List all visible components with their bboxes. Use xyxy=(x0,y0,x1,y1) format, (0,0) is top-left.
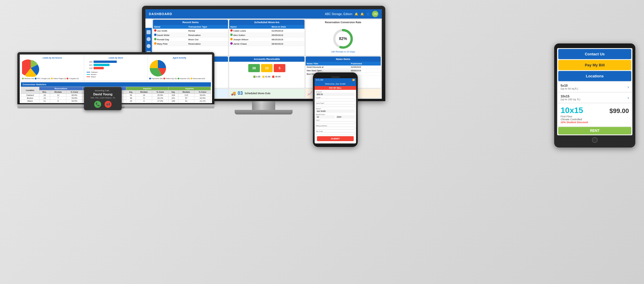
ar-box-green: 38 xyxy=(248,64,260,72)
laptop: Leads by Ad Source Website (30) xyxy=(17,52,214,108)
ar-box-yellow: 10 xyxy=(261,64,273,72)
contact-us-button[interactable]: Contact Us xyxy=(558,49,631,59)
bell-icon[interactable]: 🔔 xyxy=(355,12,358,16)
news-col-title: News Title xyxy=(306,62,350,65)
table-row[interactable]: Alex Sutton 05/05/2019 xyxy=(229,33,304,37)
phone-pay-bill-button[interactable]: PAY MY BILL xyxy=(315,86,356,90)
conv-cm-pct-1: 66.6% xyxy=(66,94,83,97)
table-row[interactable]: Mary Pete Reservation xyxy=(153,42,228,46)
phone: 9:41 AM 📶 Welcome Joe Smith PAY MY BILL … xyxy=(313,72,358,147)
user-icon[interactable]: 👤 xyxy=(366,12,370,16)
phone-csc-field[interactable]: CSC* xyxy=(316,119,355,124)
unit-featured-price: $99.00 xyxy=(610,107,629,115)
phone-billing-input[interactable] xyxy=(316,127,355,130)
phone-notch xyxy=(315,76,356,78)
recent-type-2: Reservation xyxy=(187,33,228,37)
phone-zip-field[interactable]: Zip Code xyxy=(316,130,355,135)
conv-loc-2: Boston xyxy=(21,97,39,100)
ar-legend: 🟩 0-30 🟨 31-60 🟥 60-90 xyxy=(229,74,304,79)
table-row[interactable]: Jamie Chase 06/30/2019 xyxy=(229,42,304,46)
phone-billing-field[interactable]: Billing Address xyxy=(316,125,355,130)
conv-ytd-i-pct-1: 33.8% xyxy=(194,94,211,97)
phone-zip-input[interactable] xyxy=(316,132,355,135)
caller-name: David Young xyxy=(87,92,119,96)
agent-activity-card: Agent Activity Payments (30) Follow-Up xyxy=(148,56,211,81)
table-row[interactable]: Great Discounts at 01/05/2019 xyxy=(306,65,381,69)
sidebar-home-icon[interactable] xyxy=(147,30,151,34)
conv-cm-res-1: 18 xyxy=(39,94,50,97)
dashboard-header: DASHBOARD ABC Storage, Edison 🔔 🔔 👤 JW xyxy=(145,9,382,19)
phone-card-field[interactable]: Card# xyxy=(316,97,355,101)
table-row[interactable]: Ronald Day Move Out xyxy=(153,37,228,42)
laptop-charts-row: Leads by Ad Source Website (30) xyxy=(20,54,212,82)
legend-ppc: PPC Google (12) xyxy=(35,78,50,79)
table-row[interactable]: Caleb Lewis 01/05/2019 xyxy=(229,29,304,33)
legend-reservations: Reservations(4) xyxy=(191,78,205,79)
legend-boston: Boston xyxy=(87,74,145,75)
locations-button[interactable]: Locations xyxy=(558,71,631,81)
unit-10x15-small-card[interactable]: 10x15 (up to 150 sq. ft.) › xyxy=(558,93,631,103)
table-row[interactable]: David White Reservation xyxy=(153,33,228,37)
rent-button[interactable]: RENT xyxy=(558,127,631,134)
phone-name-field: Name* Joe Smith xyxy=(316,108,355,113)
unit-10x15-small-size: 10x15 xyxy=(561,94,580,98)
phone-amount-value: $68.00 xyxy=(316,93,355,96)
chart-icon: 📈 xyxy=(307,91,312,96)
phone-card-type-field[interactable]: Card Type* xyxy=(316,102,355,107)
pay-my-bill-button[interactable]: Pay My Bill xyxy=(558,60,631,70)
movein-date-1: 01/05/2019 xyxy=(270,29,304,33)
unit-10x15-small-desc: (up to 150 sq. ft.) xyxy=(561,98,580,101)
monitor-stand-neck xyxy=(252,101,275,110)
phone-month-value: 10 xyxy=(316,115,335,119)
tablet-bezel: Contact Us Pay My Bill Locations 5x10 (u… xyxy=(554,43,635,148)
phone-submit-button[interactable]: SUBMIT xyxy=(317,136,354,141)
leads-store-row-1: 334 xyxy=(87,61,145,63)
agent-activity-pie xyxy=(149,59,167,77)
leads-by-store-chart: 334 221 132 xyxy=(85,59,146,71)
decline-call-button[interactable]: 📵 xyxy=(105,101,112,108)
alert-icon[interactable]: 🔔 xyxy=(360,12,364,16)
gauge-subtitle: 185 Rentals in 23 Days xyxy=(331,50,355,53)
sidebar-gear-icon[interactable] xyxy=(147,44,151,48)
leads-store-row-2: 221 xyxy=(87,64,145,66)
phone-card-type-input[interactable] xyxy=(316,104,355,107)
conv-ytd-i-pct: % Conv xyxy=(194,90,211,94)
leads-store-bar-2 xyxy=(94,64,110,66)
call-action-buttons: 📞 📵 xyxy=(87,101,119,108)
conv-cm-i-pct-1: 25.9% xyxy=(152,94,169,97)
leads-store-num-2: 221 xyxy=(87,64,92,66)
incoming-call-popup[interactable]: Incoming Call... David Young 786-761-123… xyxy=(84,87,122,110)
accept-call-button[interactable]: 📞 xyxy=(94,101,101,108)
scheduled-moveins-table: Name Move-In Date Caleb Lewis 01/05/2019 xyxy=(229,25,304,46)
user-avatar[interactable]: JW xyxy=(372,11,378,17)
tablet-home-button[interactable] xyxy=(592,137,598,143)
leads-store-bar-1 xyxy=(94,61,117,63)
conv-cm-i-rent-1: 14 xyxy=(136,94,152,97)
phone-amount-field: Amount $68.00 xyxy=(316,91,355,96)
unit-featured-floor: First Floor xyxy=(561,115,629,118)
legend-yellow: Yellow Pages (3) xyxy=(51,78,66,79)
table-row[interactable]: Joe Smith Rental xyxy=(153,29,228,33)
conv-cm-i-rent-2: 9 xyxy=(136,97,152,100)
recent-col-type: Transaction Type xyxy=(187,25,228,29)
unit-5x10-card[interactable]: 5x10 (up to 50 sq.ft.) › xyxy=(558,82,631,92)
leads-ad-source-legend: Website (30) PPC Google (12) Yellow Page… xyxy=(22,78,83,79)
movein-col-date: Move-In Date xyxy=(270,25,304,29)
table-row[interactable]: New Store Open... 05/05/2019 xyxy=(306,69,381,72)
conv-location-header: Location xyxy=(21,87,39,94)
phone-csc-input[interactable] xyxy=(316,121,355,124)
leads-ad-source-pie xyxy=(22,59,39,77)
conv-cm-res-3: 11 xyxy=(39,100,50,103)
phone-month-field: Month/Year* 10 2024 xyxy=(316,114,355,119)
movein-name-2: Alex Sutton xyxy=(229,33,270,37)
leads-store-legend: Oakland Boston Miami xyxy=(85,71,146,79)
news-title-2: New Store Open... xyxy=(306,69,350,72)
unit-10x15-small-arrow: › xyxy=(627,95,629,100)
sidebar-person-icon[interactable] xyxy=(147,37,151,41)
table-row[interactable]: Joseph Wilson 06/25/2019 xyxy=(229,37,304,42)
conv-cm-rent-1: 12 xyxy=(50,94,66,97)
phone-signal-icon: 📶 xyxy=(352,79,355,81)
gauge-container: 82% 185 Rentals in 23 Days xyxy=(306,25,381,55)
phone-card-input[interactable] xyxy=(316,99,355,101)
gauge-chart: 82% xyxy=(331,27,355,50)
